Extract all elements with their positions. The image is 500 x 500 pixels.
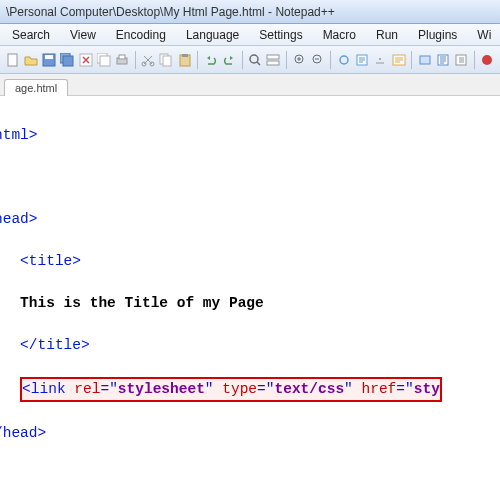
func-list-icon[interactable] [454, 51, 469, 69]
toolbar-separator [286, 51, 287, 69]
cut-icon[interactable] [141, 51, 156, 69]
code-editor[interactable]: html> head> <title> This is the Title of… [0, 96, 500, 500]
title-open: <title> [20, 253, 81, 269]
toolbar-separator [330, 51, 331, 69]
svg-point-16 [250, 55, 258, 63]
save-all-icon[interactable] [60, 51, 75, 69]
toolbar-separator [197, 51, 198, 69]
sync-icon[interactable] [336, 51, 351, 69]
svg-rect-2 [45, 55, 53, 59]
whitespace-icon[interactable] [373, 51, 388, 69]
toolbar [0, 46, 500, 74]
indent-icon[interactable] [391, 51, 406, 69]
new-file-icon[interactable] [5, 51, 20, 69]
toolbar-separator [411, 51, 412, 69]
menu-run[interactable]: Run [366, 25, 408, 45]
menu-window[interactable]: Wi [467, 25, 500, 45]
head-tag: head> [0, 211, 38, 227]
svg-rect-0 [8, 54, 17, 66]
doc-map-icon[interactable] [435, 51, 450, 69]
toolbar-separator [242, 51, 243, 69]
menu-settings[interactable]: Settings [249, 25, 312, 45]
title-close: </title> [20, 337, 90, 353]
window-title-bar: \Personal Computer\Desktop\My Html Page.… [0, 0, 500, 24]
tab-bar: age.html [0, 74, 500, 96]
svg-rect-13 [163, 56, 171, 66]
record-macro-icon[interactable] [480, 51, 495, 69]
menu-encoding[interactable]: Encoding [106, 25, 176, 45]
toolbar-separator [135, 51, 136, 69]
svg-rect-24 [420, 56, 430, 64]
find-icon[interactable] [248, 51, 263, 69]
close-all-icon[interactable] [96, 51, 111, 69]
html-tag: html> [0, 127, 38, 143]
copy-icon[interactable] [159, 51, 174, 69]
svg-point-22 [379, 58, 381, 60]
menu-view[interactable]: View [60, 25, 106, 45]
undo-icon[interactable] [203, 51, 218, 69]
title-text: This is the Title of my Page [20, 295, 264, 311]
paste-icon[interactable] [177, 51, 192, 69]
head-close: /head> [0, 425, 46, 441]
zoom-out-icon[interactable] [310, 51, 325, 69]
svg-rect-17 [267, 55, 279, 59]
wrap-icon[interactable] [354, 51, 369, 69]
menu-bar: Search View Encoding Language Settings M… [0, 24, 500, 46]
close-icon[interactable] [78, 51, 93, 69]
open-file-icon[interactable] [23, 51, 38, 69]
svg-point-27 [482, 55, 492, 65]
svg-rect-18 [267, 61, 279, 65]
svg-rect-9 [119, 55, 125, 59]
svg-rect-4 [63, 56, 73, 66]
link-highlight: <link rel="stylesheet" type="text/css" h… [20, 377, 442, 402]
folder-icon[interactable] [417, 51, 432, 69]
file-tab[interactable]: age.html [4, 79, 68, 96]
tab-label: age.html [15, 82, 57, 94]
save-icon[interactable] [42, 51, 57, 69]
print-icon[interactable] [115, 51, 130, 69]
menu-plugins[interactable]: Plugins [408, 25, 467, 45]
replace-icon[interactable] [266, 51, 281, 69]
menu-language[interactable]: Language [176, 25, 249, 45]
zoom-in-icon[interactable] [292, 51, 307, 69]
svg-rect-15 [182, 54, 188, 57]
svg-rect-7 [100, 56, 110, 66]
menu-macro[interactable]: Macro [313, 25, 366, 45]
window-title: \Personal Computer\Desktop\My Html Page.… [6, 5, 335, 19]
toolbar-separator [474, 51, 475, 69]
menu-search[interactable]: Search [2, 25, 60, 45]
redo-icon[interactable] [221, 51, 236, 69]
